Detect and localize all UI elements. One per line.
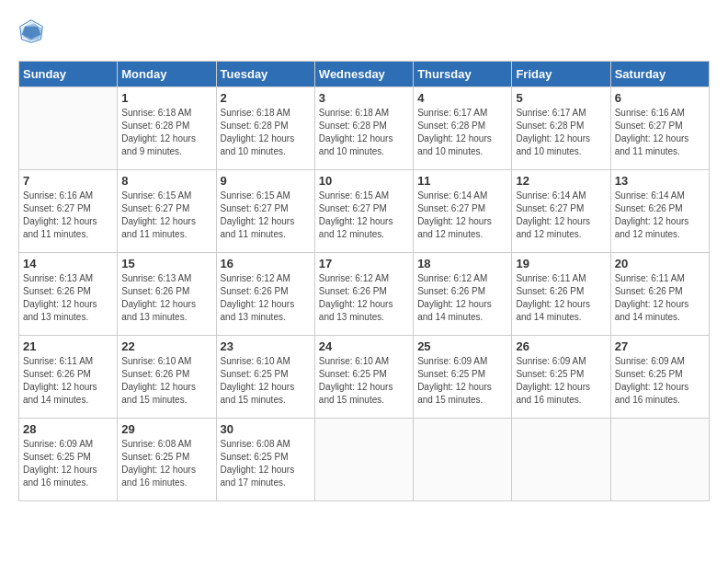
day-number: 4 bbox=[417, 91, 507, 105]
day-info: Sunrise: 6:12 AMSunset: 6:26 PMDaylight:… bbox=[221, 272, 311, 324]
day-info: Sunrise: 6:09 AMSunset: 6:25 PMDaylight:… bbox=[615, 355, 705, 407]
day-number: 16 bbox=[221, 257, 311, 270]
day-number: 22 bbox=[121, 339, 211, 353]
weekday-header: Monday bbox=[118, 62, 216, 87]
day-info: Sunrise: 6:10 AMSunset: 6:25 PMDaylight:… bbox=[221, 355, 311, 407]
day-number: 19 bbox=[516, 257, 606, 270]
day-info: Sunrise: 6:17 AMSunset: 6:28 PMDaylight:… bbox=[516, 107, 606, 158]
calendar-cell: 21Sunrise: 6:11 AMSunset: 6:26 PMDayligh… bbox=[19, 336, 118, 419]
calendar-cell: 23Sunrise: 6:10 AMSunset: 6:25 PMDayligh… bbox=[216, 336, 314, 419]
calendar-cell: 10Sunrise: 6:15 AMSunset: 6:27 PMDayligh… bbox=[314, 170, 413, 253]
calendar-cell: 30Sunrise: 6:08 AMSunset: 6:25 PMDayligh… bbox=[216, 419, 314, 501]
day-info: Sunrise: 6:16 AMSunset: 6:27 PMDaylight:… bbox=[615, 107, 705, 158]
day-info: Sunrise: 6:13 AMSunset: 6:26 PMDaylight:… bbox=[121, 272, 211, 324]
calendar-cell bbox=[414, 419, 512, 501]
day-number: 20 bbox=[615, 257, 705, 270]
calendar-cell: 7Sunrise: 6:16 AMSunset: 6:27 PMDaylight… bbox=[19, 170, 118, 253]
calendar-week-row: 14Sunrise: 6:13 AMSunset: 6:26 PMDayligh… bbox=[19, 253, 710, 336]
weekday-header: Sunday bbox=[19, 62, 118, 87]
day-info: Sunrise: 6:18 AMSunset: 6:28 PMDaylight:… bbox=[319, 107, 409, 158]
day-number: 5 bbox=[516, 91, 606, 105]
day-info: Sunrise: 6:11 AMSunset: 6:26 PMDaylight:… bbox=[516, 272, 606, 324]
day-info: Sunrise: 6:18 AMSunset: 6:28 PMDaylight:… bbox=[121, 107, 211, 158]
calendar-cell: 28Sunrise: 6:09 AMSunset: 6:25 PMDayligh… bbox=[19, 419, 118, 501]
calendar-cell: 9Sunrise: 6:15 AMSunset: 6:27 PMDaylight… bbox=[216, 170, 314, 253]
day-number: 9 bbox=[221, 174, 311, 188]
day-number: 11 bbox=[417, 174, 507, 188]
day-number: 21 bbox=[23, 339, 113, 353]
calendar-cell: 17Sunrise: 6:12 AMSunset: 6:26 PMDayligh… bbox=[314, 253, 413, 336]
calendar-cell: 26Sunrise: 6:09 AMSunset: 6:25 PMDayligh… bbox=[512, 336, 610, 419]
day-number: 18 bbox=[417, 257, 507, 270]
day-info: Sunrise: 6:13 AMSunset: 6:26 PMDaylight:… bbox=[23, 272, 113, 324]
day-info: Sunrise: 6:10 AMSunset: 6:26 PMDaylight:… bbox=[121, 355, 211, 407]
weekday-header: Saturday bbox=[610, 62, 709, 87]
day-number: 30 bbox=[221, 422, 311, 436]
day-number: 7 bbox=[23, 174, 113, 188]
calendar-cell: 29Sunrise: 6:08 AMSunset: 6:25 PMDayligh… bbox=[118, 419, 216, 501]
day-info: Sunrise: 6:14 AMSunset: 6:27 PMDaylight:… bbox=[516, 190, 606, 241]
calendar-cell: 22Sunrise: 6:10 AMSunset: 6:26 PMDayligh… bbox=[118, 336, 216, 419]
calendar-cell: 8Sunrise: 6:15 AMSunset: 6:27 PMDaylight… bbox=[118, 170, 216, 253]
day-info: Sunrise: 6:15 AMSunset: 6:27 PMDaylight:… bbox=[319, 190, 409, 241]
day-number: 13 bbox=[615, 174, 705, 188]
day-info: Sunrise: 6:12 AMSunset: 6:26 PMDaylight:… bbox=[319, 272, 409, 324]
logo bbox=[18, 18, 48, 46]
day-number: 23 bbox=[221, 339, 311, 353]
day-number: 1 bbox=[121, 91, 211, 105]
day-info: Sunrise: 6:09 AMSunset: 6:25 PMDaylight:… bbox=[23, 438, 113, 489]
weekday-header: Wednesday bbox=[314, 62, 413, 87]
day-info: Sunrise: 6:10 AMSunset: 6:25 PMDaylight:… bbox=[319, 355, 409, 407]
day-number: 8 bbox=[121, 174, 211, 188]
day-info: Sunrise: 6:18 AMSunset: 6:28 PMDaylight:… bbox=[221, 107, 311, 158]
calendar-cell bbox=[314, 419, 413, 501]
calendar-cell: 1Sunrise: 6:18 AMSunset: 6:28 PMDaylight… bbox=[118, 87, 216, 170]
calendar-cell: 2Sunrise: 6:18 AMSunset: 6:28 PMDaylight… bbox=[216, 87, 314, 170]
day-info: Sunrise: 6:17 AMSunset: 6:28 PMDaylight:… bbox=[417, 107, 507, 158]
weekday-header: Thursday bbox=[414, 62, 512, 87]
day-number: 3 bbox=[319, 91, 409, 105]
day-info: Sunrise: 6:11 AMSunset: 6:26 PMDaylight:… bbox=[615, 272, 705, 324]
calendar-cell: 5Sunrise: 6:17 AMSunset: 6:28 PMDaylight… bbox=[512, 87, 610, 170]
calendar-cell bbox=[512, 419, 610, 501]
day-info: Sunrise: 6:15 AMSunset: 6:27 PMDaylight:… bbox=[221, 190, 311, 241]
header bbox=[18, 18, 710, 46]
calendar-cell: 16Sunrise: 6:12 AMSunset: 6:26 PMDayligh… bbox=[216, 253, 314, 336]
day-info: Sunrise: 6:16 AMSunset: 6:27 PMDaylight:… bbox=[23, 190, 113, 241]
calendar-week-row: 28Sunrise: 6:09 AMSunset: 6:25 PMDayligh… bbox=[19, 419, 710, 501]
logo-icon bbox=[18, 18, 44, 44]
calendar-cell: 14Sunrise: 6:13 AMSunset: 6:26 PMDayligh… bbox=[19, 253, 118, 336]
calendar-cell bbox=[19, 87, 118, 170]
calendar-cell: 24Sunrise: 6:10 AMSunset: 6:25 PMDayligh… bbox=[314, 336, 413, 419]
calendar-cell: 15Sunrise: 6:13 AMSunset: 6:26 PMDayligh… bbox=[118, 253, 216, 336]
day-info: Sunrise: 6:11 AMSunset: 6:26 PMDaylight:… bbox=[23, 355, 113, 407]
weekday-header: Tuesday bbox=[216, 62, 314, 87]
day-number: 29 bbox=[121, 422, 211, 436]
weekday-header: Friday bbox=[512, 62, 610, 87]
day-info: Sunrise: 6:08 AMSunset: 6:25 PMDaylight:… bbox=[121, 438, 211, 489]
day-info: Sunrise: 6:09 AMSunset: 6:25 PMDaylight:… bbox=[417, 355, 507, 407]
day-number: 28 bbox=[23, 422, 113, 436]
calendar-cell bbox=[610, 419, 709, 501]
day-info: Sunrise: 6:15 AMSunset: 6:27 PMDaylight:… bbox=[121, 190, 211, 241]
calendar-header-row: SundayMondayTuesdayWednesdayThursdayFrid… bbox=[19, 62, 710, 87]
day-number: 6 bbox=[615, 91, 705, 105]
day-info: Sunrise: 6:08 AMSunset: 6:25 PMDaylight:… bbox=[221, 438, 311, 489]
day-number: 27 bbox=[615, 339, 705, 353]
day-number: 15 bbox=[121, 257, 211, 270]
day-number: 2 bbox=[221, 91, 311, 105]
day-number: 10 bbox=[319, 174, 409, 188]
calendar-cell: 27Sunrise: 6:09 AMSunset: 6:25 PMDayligh… bbox=[610, 336, 709, 419]
day-info: Sunrise: 6:09 AMSunset: 6:25 PMDaylight:… bbox=[516, 355, 606, 407]
day-number: 17 bbox=[319, 257, 409, 270]
calendar-cell: 20Sunrise: 6:11 AMSunset: 6:26 PMDayligh… bbox=[610, 253, 709, 336]
day-number: 24 bbox=[319, 339, 409, 353]
calendar-cell: 18Sunrise: 6:12 AMSunset: 6:26 PMDayligh… bbox=[414, 253, 512, 336]
day-info: Sunrise: 6:14 AMSunset: 6:27 PMDaylight:… bbox=[417, 190, 507, 241]
day-number: 12 bbox=[516, 174, 606, 188]
day-number: 26 bbox=[516, 339, 606, 353]
day-number: 14 bbox=[23, 257, 113, 270]
day-number: 25 bbox=[417, 339, 507, 353]
calendar: SundayMondayTuesdayWednesdayThursdayFrid… bbox=[18, 61, 710, 501]
day-info: Sunrise: 6:12 AMSunset: 6:26 PMDaylight:… bbox=[417, 272, 507, 324]
